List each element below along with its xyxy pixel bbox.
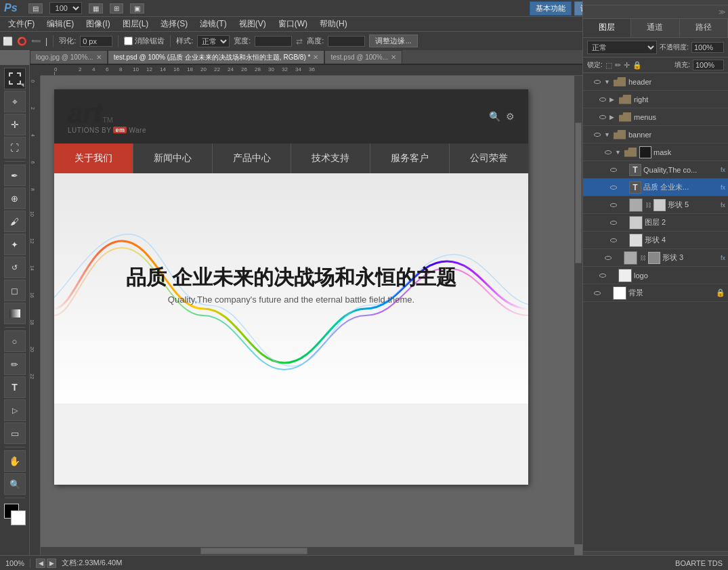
document-view[interactable]: art TM LUTIONS BY em Ware 🔍 ⚙: [41, 76, 582, 555]
lock-transparent-icon[interactable]: ⬚: [605, 61, 612, 70]
layer-shape3[interactable]: ⛓ 形状 3 fx: [583, 249, 728, 267]
menu-layer[interactable]: 图层(L): [117, 17, 154, 31]
tab-logo-close[interactable]: ✕: [96, 53, 102, 61]
layer-2[interactable]: 图层 2: [583, 214, 728, 232]
blend-mode-select[interactable]: 正常: [587, 41, 657, 54]
tab-test-2[interactable]: test.psd @ 100%... ✕: [324, 50, 402, 64]
layer-mask-expand[interactable]: ▼: [615, 149, 622, 156]
refine-edge-btn[interactable]: 调整边缘...: [369, 35, 417, 47]
layer-right-eye[interactable]: [598, 95, 607, 104]
tab-paths[interactable]: 路径: [680, 19, 728, 37]
layer-shape5-eye[interactable]: [609, 200, 618, 210]
eyedropper-tool-btn[interactable]: ✒: [4, 165, 26, 186]
layer-banner[interactable]: ▼ banner: [583, 126, 728, 144]
workspace-basic-btn[interactable]: 基本功能: [530, 1, 572, 16]
layer-background[interactable]: 背景 🔒: [583, 284, 728, 302]
dodge-tool-btn[interactable]: ○: [4, 330, 26, 352]
vertical-scrollbar[interactable]: [574, 76, 582, 544]
vscroll-thumb[interactable]: [575, 123, 582, 263]
tab-test-active[interactable]: test.psd @ 100% (品质 企业未来的决战场和永恒的主题, RGB/…: [108, 50, 325, 64]
layer-header-expand[interactable]: ▼: [604, 79, 611, 85]
hand-tool-btn[interactable]: ✋: [4, 450, 26, 472]
layer-menus-expand[interactable]: ▶: [609, 114, 616, 120]
layer-logo[interactable]: logo: [583, 267, 728, 284]
layer-quality-cn[interactable]: T 品质 企业未... fx: [583, 179, 728, 196]
nav-honor[interactable]: 公司荣誉: [450, 144, 528, 173]
menu-file[interactable]: 文件(F): [3, 17, 40, 31]
marquee-h-tool[interactable]: ➖: [31, 37, 41, 46]
feather-input[interactable]: [80, 36, 112, 47]
tab-layers[interactable]: 图层: [583, 19, 631, 37]
layer-mask-eye[interactable]: [603, 148, 613, 157]
panel-collapse-icon[interactable]: ≫: [719, 8, 725, 16]
marquee-rect-tool[interactable]: ⬜: [3, 37, 13, 46]
layer-quality-en-fx[interactable]: fx: [721, 167, 725, 173]
layer-header[interactable]: ▼ header: [583, 73, 728, 91]
marquee-v-tool[interactable]: |: [45, 37, 47, 46]
text-tool-btn[interactable]: T: [4, 376, 26, 398]
anti-alias-checkbox[interactable]: [124, 37, 133, 45]
stamp-tool-btn[interactable]: ✦: [4, 234, 26, 255]
layer-quality-en[interactable]: T Quality,The co... fx: [583, 161, 728, 179]
gradient-tool-btn[interactable]: [4, 303, 26, 324]
layer-background-eye[interactable]: [593, 288, 602, 298]
pen-tool-btn[interactable]: ✏: [4, 353, 26, 375]
nav-products[interactable]: 产品中心: [213, 144, 292, 173]
style-select[interactable]: 正常: [197, 35, 230, 47]
layer-banner-eye[interactable]: [593, 130, 602, 139]
nav-service[interactable]: 服务客户: [370, 144, 450, 173]
swap-icon[interactable]: ⇄: [296, 37, 303, 46]
lock-paint-icon[interactable]: ✏: [615, 61, 621, 70]
layer-right[interactable]: ▶ right: [583, 91, 728, 108]
layer-mask[interactable]: ▼ mask: [583, 144, 728, 161]
brush-tool-btn[interactable]: 🖌: [4, 211, 26, 232]
view-mode-btn[interactable]: ▣: [130, 3, 144, 14]
menu-filter[interactable]: 滤镜(T): [194, 17, 232, 31]
path-select-btn[interactable]: ▷: [4, 399, 26, 421]
layer-shape4-eye[interactable]: [609, 236, 618, 245]
tab-logo[interactable]: logo.jpg @ 100%... ✕: [30, 50, 108, 64]
layer-quality-en-eye[interactable]: [609, 165, 618, 175]
status-nav-next[interactable]: ▶: [47, 558, 56, 568]
menu-window[interactable]: 窗口(W): [273, 17, 313, 31]
height-input[interactable]: [328, 36, 365, 47]
menu-view[interactable]: 视图(V): [234, 17, 272, 31]
marquee-tool-btn[interactable]: ◥: [4, 68, 26, 89]
layer-menus[interactable]: ▶ menus: [583, 108, 728, 126]
lock-move-icon[interactable]: ✛: [624, 61, 630, 70]
file-menu-icon[interactable]: ▤: [28, 3, 43, 14]
eraser-tool-btn[interactable]: ◻: [4, 280, 26, 301]
menu-help[interactable]: 帮助(H): [314, 17, 353, 31]
menu-edit[interactable]: 编辑(E): [41, 17, 79, 31]
view-options-btn[interactable]: ▦: [89, 3, 103, 14]
horizontal-scrollbar[interactable]: [41, 547, 574, 555]
opacity-input[interactable]: [691, 42, 724, 53]
layer-quality-cn-fx[interactable]: fx: [721, 184, 725, 191]
marquee-ellipse-tool[interactable]: ⭕: [17, 37, 27, 46]
hscroll-thumb[interactable]: [200, 548, 307, 554]
layer-right-expand[interactable]: ▶: [609, 96, 616, 103]
history-tool-btn[interactable]: ↺: [4, 257, 26, 278]
layer-menus-eye[interactable]: [598, 112, 607, 122]
tab-channels[interactable]: 通道: [631, 19, 679, 37]
layer-header-eye[interactable]: [593, 77, 602, 87]
status-nav-prev[interactable]: ◀: [36, 558, 45, 568]
fill-input[interactable]: [693, 60, 724, 70]
background-color[interactable]: [11, 510, 26, 525]
layer-shape5[interactable]: ⛓ 形状 5 fx: [583, 196, 728, 214]
layer-shape3-eye[interactable]: [603, 253, 613, 263]
heal-tool-btn[interactable]: ⊕: [4, 188, 26, 209]
menu-image[interactable]: 图像(I): [81, 17, 115, 31]
width-input[interactable]: [255, 36, 292, 47]
crop-tool-btn[interactable]: ⛶: [4, 137, 26, 158]
shape-tool-btn[interactable]: ▭: [4, 422, 26, 444]
layer-list[interactable]: ▼ header ▶ right ▶ menus ▼: [583, 73, 728, 551]
tab-test-2-close[interactable]: ✕: [391, 53, 396, 61]
layer-quality-cn-eye[interactable]: [609, 183, 618, 192]
layer-banner-expand[interactable]: ▼: [604, 131, 611, 138]
arrange-btn[interactable]: ⊞: [110, 3, 123, 14]
zoom-tool-btn[interactable]: 🔍: [4, 473, 26, 495]
lock-all-icon[interactable]: 🔒: [633, 61, 642, 70]
zoom-select[interactable]: 100%: [49, 2, 82, 14]
tab-test-active-close[interactable]: ✕: [313, 53, 318, 61]
